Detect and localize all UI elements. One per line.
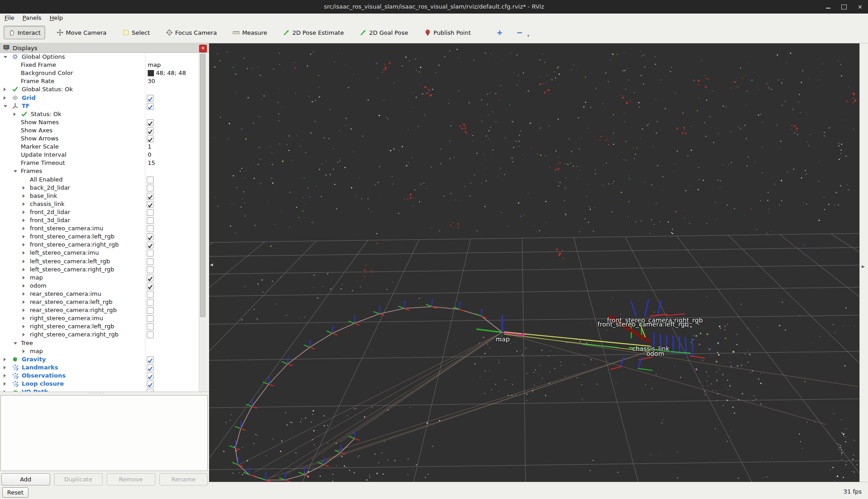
checkbox-unchecked[interactable] xyxy=(147,266,154,273)
row-value[interactable]: 1 xyxy=(148,143,151,150)
expander-closed-icon[interactable] xyxy=(23,219,25,222)
tree-row-marker-scale[interactable]: Marker Scale1 xyxy=(0,143,199,151)
close-icon[interactable]: ✕ xyxy=(858,4,863,10)
tree-row-rear-stereo-camera-imu[interactable]: rear_stereo_camera:imu xyxy=(0,290,199,298)
tree-row-status-ok[interactable]: Status: Ok xyxy=(0,110,199,118)
tree-row-right-stereo-camera-left-rgb[interactable]: right_stereo_camera:left_rgb xyxy=(0,322,199,331)
viewport-canvas[interactable]: mapfront_stereo_camera:right_rgbfront_st… xyxy=(209,43,859,482)
row-value[interactable]: 48; 48; 48 xyxy=(148,70,186,77)
menu-panels[interactable]: Panels xyxy=(22,14,46,21)
tool-focus-camera[interactable]: Focus Camera xyxy=(161,26,221,39)
tree-row-frame-rate[interactable]: Frame Rate30 xyxy=(0,77,199,85)
expander-closed-icon[interactable] xyxy=(23,284,25,288)
checkbox-unchecked[interactable] xyxy=(147,217,154,224)
row-value[interactable]: 15 xyxy=(148,159,155,167)
expander-closed-icon[interactable] xyxy=(23,300,25,304)
tree-row-back-2d-lidar[interactable]: back_2d_lidar xyxy=(0,184,199,192)
tree-row-background-color[interactable]: Background Color48; 48; 48 xyxy=(0,69,199,77)
tree-row-global-status-ok[interactable]: Global Status: Ok xyxy=(0,85,199,93)
tree-row-show-names[interactable]: Show Names xyxy=(0,118,199,126)
tree-row-frame-timeout[interactable]: Frame Timeout15 xyxy=(0,159,199,167)
tree-row-base-link[interactable]: base_link xyxy=(0,192,199,200)
tree-row-right-stereo-camera-right-rgb[interactable]: right_stereo_camera:right_rgb xyxy=(0,331,199,339)
expander-closed-icon[interactable] xyxy=(14,112,16,116)
tree-row-observations[interactable]: Observations xyxy=(0,372,199,380)
tree-row-rear-stereo-camera-left-rgb[interactable]: rear_stereo_camera:left_rgb xyxy=(0,298,199,306)
tree-row-map[interactable]: map xyxy=(0,347,199,355)
checkbox-unchecked[interactable] xyxy=(147,299,154,306)
menu-file[interactable]: File xyxy=(4,14,19,21)
expander-open-icon[interactable] xyxy=(14,170,17,173)
tree-scrollbar-thumb[interactable] xyxy=(200,54,205,317)
checkbox-unchecked[interactable] xyxy=(147,209,154,216)
checkbox-checked[interactable] xyxy=(147,95,154,102)
tree-row-tree[interactable]: Tree xyxy=(0,339,199,347)
tree-row-gravity[interactable]: Gravity xyxy=(0,355,199,364)
checkbox-unchecked[interactable] xyxy=(147,225,154,232)
expander-closed-icon[interactable] xyxy=(23,317,25,320)
tree-row-left-stereo-camera-right-rgb[interactable]: left_stereo_camera:right_rgb xyxy=(0,266,199,274)
checkbox-checked[interactable] xyxy=(147,356,154,363)
tree-row-front-stereo-camera-right-rgb[interactable]: front_stereo_camera:right_rgb xyxy=(0,241,199,249)
tree-row-frames[interactable]: Frames xyxy=(0,167,199,175)
displays-panel-header[interactable]: Displays ✕ xyxy=(0,43,209,53)
tool-2d-goal-pose[interactable]: 2D Goal Pose xyxy=(355,26,412,39)
menu-help[interactable]: Help xyxy=(49,14,68,21)
tree-row-front-stereo-camera-imu[interactable]: front_stereo_camera:imu xyxy=(0,224,199,233)
tree-row-global-options[interactable]: Global Options xyxy=(0,53,199,61)
checkbox-checked[interactable] xyxy=(147,119,154,126)
expander-closed-icon[interactable] xyxy=(23,235,25,238)
checkbox-unchecked[interactable] xyxy=(147,185,154,191)
tool-measure[interactable]: Measure xyxy=(228,26,271,39)
expander-closed-icon[interactable] xyxy=(23,251,25,255)
tree-row-odom[interactable]: odom xyxy=(0,282,199,290)
expander-open-icon[interactable] xyxy=(4,105,7,107)
tree-row-show-axes[interactable]: Show Axes xyxy=(0,126,199,135)
collapse-left-icon[interactable]: ◂ xyxy=(210,261,213,268)
tree-row-front-3d-lidar[interactable]: front_3d_lidar xyxy=(0,216,199,224)
row-value[interactable]: map xyxy=(148,61,161,69)
checkbox-checked[interactable] xyxy=(147,135,154,142)
expander-closed-icon[interactable] xyxy=(23,227,25,230)
checkbox-unchecked[interactable] xyxy=(147,307,154,314)
tree-row-grid[interactable]: Grid xyxy=(0,94,199,102)
checkbox-checked[interactable] xyxy=(147,233,154,240)
tool-move-camera[interactable]: Move Camera xyxy=(52,26,111,39)
panel-close-icon[interactable]: ✕ xyxy=(199,45,207,52)
tree-row-map[interactable]: map xyxy=(0,274,199,282)
expander-open-icon[interactable] xyxy=(4,56,7,58)
expander-open-icon[interactable] xyxy=(14,342,17,345)
checkbox-unchecked[interactable] xyxy=(147,315,154,322)
expander-closed-icon[interactable] xyxy=(4,358,6,361)
expander-closed-icon[interactable] xyxy=(23,194,25,198)
add-button[interactable]: Add xyxy=(1,473,50,485)
expander-closed-icon[interactable] xyxy=(23,350,25,353)
checkbox-checked[interactable] xyxy=(147,201,154,208)
collapse-right-icon[interactable]: ▸ xyxy=(862,263,865,270)
expander-closed-icon[interactable] xyxy=(4,382,6,386)
checkbox-checked[interactable] xyxy=(147,275,154,281)
row-value[interactable]: 0 xyxy=(148,151,151,159)
tree-scrollbar[interactable] xyxy=(199,53,206,392)
tree-row-rear-stereo-camera-right-rgb[interactable]: rear_stereo_camera:right_rgb xyxy=(0,306,199,314)
checkbox-checked[interactable] xyxy=(147,193,154,200)
minimize-icon[interactable] xyxy=(826,8,831,9)
checkbox-checked[interactable] xyxy=(147,103,154,110)
tool-select[interactable]: Select xyxy=(118,26,154,39)
expander-closed-icon[interactable] xyxy=(23,308,25,312)
checkbox-unchecked[interactable] xyxy=(147,258,154,265)
row-value[interactable]: 30 xyxy=(148,78,155,85)
expander-closed-icon[interactable] xyxy=(4,88,6,91)
tree-row-all-enabled[interactable]: All Enabled xyxy=(0,176,199,184)
tree-row-front-2d-lidar[interactable]: front_2d_lidar xyxy=(0,208,199,216)
add-tool-button[interactable] xyxy=(494,27,505,38)
tool-publish-point[interactable]: Publish Point xyxy=(420,26,476,39)
tree-row-right-stereo-camera-imu[interactable]: right_stereo_camera:imu xyxy=(0,314,199,322)
tool-2d-pose-estimate[interactable]: 2D Pose Estimate xyxy=(278,26,348,39)
expander-closed-icon[interactable] xyxy=(4,366,6,369)
checkbox-checked[interactable] xyxy=(147,127,154,134)
remove-tool-button[interactable] xyxy=(513,27,525,38)
tool-interact[interactable]: Interact xyxy=(4,26,45,39)
checkbox-unchecked[interactable] xyxy=(147,323,154,330)
toolbar-overflow-icon[interactable]: ▾ xyxy=(527,33,529,38)
